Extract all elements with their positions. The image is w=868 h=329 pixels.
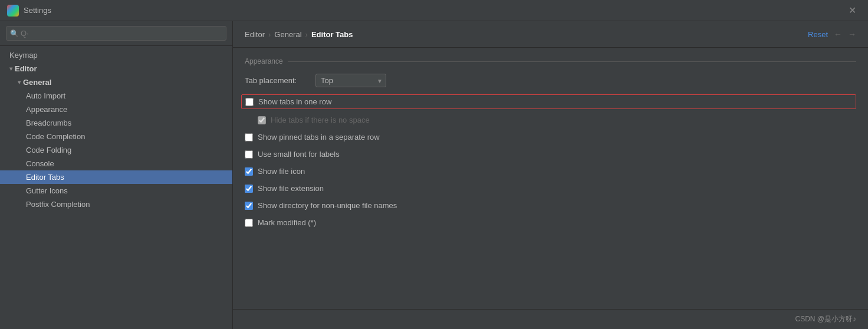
sidebar-item-appearance[interactable]: Appearance <box>0 103 232 116</box>
appearance-label: Appearance <box>26 105 67 114</box>
footer-text: CSDN @是小方呀♪ <box>233 309 868 329</box>
show-file-icon-row: Show file icon <box>245 165 856 177</box>
main-panel: Editor › General › Editor Tabs Reset ← →… <box>233 21 868 329</box>
sidebar-item-breadcrumbs[interactable]: Breadcrumbs <box>0 116 232 130</box>
show-file-extension-label: Show file extension <box>258 184 324 193</box>
hide-tabs-no-space-row: Hide tabs if there is no space <box>258 114 856 126</box>
sidebar-item-editor-tabs[interactable]: Editor Tabs <box>0 170 232 184</box>
console-label: Console <box>26 159 54 168</box>
search-input[interactable] <box>6 26 226 41</box>
breadcrumbs-label: Breadcrumbs <box>26 119 71 127</box>
breadcrumb-general: General <box>274 30 301 39</box>
show-pinned-tabs-checkbox[interactable] <box>245 133 253 142</box>
mark-modified-checkbox[interactable] <box>245 219 253 227</box>
use-small-font-row: Use small font for labels <box>245 148 856 160</box>
sidebar-item-postfix-completion[interactable]: Postfix Completion <box>0 198 232 211</box>
sidebar-item-general[interactable]: ▾ General <box>0 75 232 89</box>
mark-modified-label: Mark modified (*) <box>258 218 316 227</box>
breadcrumb-sep-2: › <box>305 30 308 39</box>
show-file-icon-checkbox[interactable] <box>245 167 253 176</box>
reset-button[interactable]: Reset <box>808 30 828 39</box>
sidebar-item-console[interactable]: Console <box>0 157 232 170</box>
postfix-completion-label: Postfix Completion <box>26 200 90 209</box>
app-icon <box>7 5 19 17</box>
sidebar-item-editor[interactable]: ▾ Editor <box>0 62 232 75</box>
show-tabs-one-row-checkbox[interactable] <box>245 98 254 106</box>
window-title: Settings <box>24 6 844 15</box>
section-header-appearance: Appearance <box>245 57 856 65</box>
mark-modified-row: Mark modified (*) <box>245 216 856 229</box>
show-file-icon-label: Show file icon <box>258 167 305 176</box>
show-pinned-tabs-label: Show pinned tabs in a separate row <box>258 133 380 142</box>
sidebar-item-keymap[interactable]: Keymap <box>0 48 232 62</box>
breadcrumb-sep-1: › <box>268 30 271 39</box>
show-file-extension-checkbox[interactable] <box>245 185 253 193</box>
show-tabs-one-row-label: Show tabs in one row <box>258 97 331 106</box>
show-pinned-tabs-row: Show pinned tabs in a separate row <box>245 131 856 143</box>
sidebar-item-auto-import[interactable]: Auto Import <box>0 89 232 103</box>
settings-content: Appearance Tab placement: Top Bottom Lef… <box>233 48 868 309</box>
show-file-extension-row: Show file extension <box>245 182 856 195</box>
editor-label: Editor <box>15 64 37 73</box>
tab-placement-dropdown-wrapper: Top Bottom Left Right None ▼ <box>315 74 386 87</box>
breadcrumb-current: Editor Tabs <box>311 30 353 39</box>
show-directory-label: Show directory for non-unique file names <box>258 201 397 210</box>
sidebar: 🔍 Keymap ▾ Editor ▾ General Auto Import <box>0 21 233 329</box>
general-chevron: ▾ <box>18 79 21 85</box>
forward-button[interactable]: → <box>848 29 856 39</box>
show-directory-checkbox[interactable] <box>245 202 253 210</box>
close-button[interactable]: ✕ <box>844 2 861 18</box>
sidebar-item-code-folding[interactable]: Code Folding <box>0 143 232 157</box>
tab-placement-label: Tab placement: <box>245 76 310 85</box>
editor-chevron: ▾ <box>9 65 12 72</box>
search-wrapper: 🔍 <box>6 26 226 41</box>
hide-tabs-no-space-label: Hide tabs if there is no space <box>271 116 370 124</box>
use-small-font-checkbox[interactable] <box>245 150 253 159</box>
breadcrumb-bar: Editor › General › Editor Tabs Reset ← → <box>233 21 868 48</box>
hide-tabs-no-space-checkbox[interactable] <box>258 116 266 124</box>
use-small-font-label: Use small font for labels <box>258 150 340 159</box>
breadcrumb-actions: Reset ← → <box>808 29 856 39</box>
code-folding-label: Code Folding <box>26 146 71 154</box>
show-directory-row: Show directory for non-unique file names <box>245 199 856 212</box>
search-icon: 🔍 <box>10 29 19 38</box>
search-bar: 🔍 <box>0 21 232 46</box>
back-button[interactable]: ← <box>834 29 842 39</box>
general-label: General <box>23 78 51 87</box>
main-content: 🔍 Keymap ▾ Editor ▾ General Auto Import <box>0 21 868 329</box>
breadcrumb-editor: Editor <box>245 30 265 39</box>
tab-placement-dropdown[interactable]: Top Bottom Left Right None <box>315 74 386 87</box>
auto-import-label: Auto Import <box>26 91 65 100</box>
sidebar-item-code-completion[interactable]: Code Completion <box>0 130 232 143</box>
settings-window: Settings ✕ 🔍 Keymap ▾ Editor ▾ <box>0 0 868 329</box>
show-tabs-one-row-row: Show tabs in one row <box>241 94 856 109</box>
code-completion-label: Code Completion <box>26 132 85 141</box>
sidebar-item-gutter-icons[interactable]: Gutter Icons <box>0 184 232 198</box>
section-label: Appearance <box>245 57 283 65</box>
keymap-label: Keymap <box>9 51 38 60</box>
titlebar: Settings ✕ <box>0 0 868 21</box>
editor-tabs-label: Editor Tabs <box>26 173 64 182</box>
nav-tree: Keymap ▾ Editor ▾ General Auto Import Ap… <box>0 46 232 329</box>
gutter-icons-label: Gutter Icons <box>26 186 68 195</box>
tab-placement-row: Tab placement: Top Bottom Left Right Non… <box>245 73 856 88</box>
